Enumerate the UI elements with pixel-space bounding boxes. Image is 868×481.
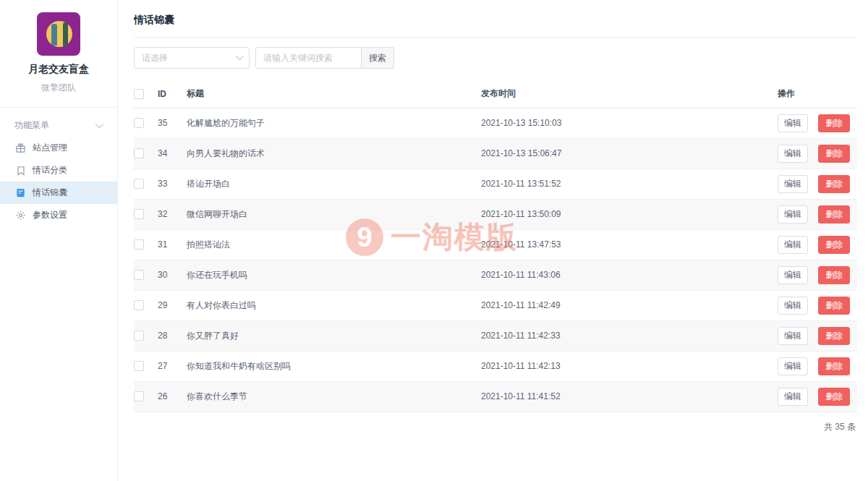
menu-group-toggle[interactable]: 功能菜单 [0,114,117,137]
category-select[interactable]: 请选择 [134,47,250,69]
row-id: 33 [158,169,187,199]
sidebar-item-label: 情话锦囊 [33,187,67,199]
table-row: 34 向男人要礼物的话术 2021-10-13 15:06:47 编辑 删除 [134,138,857,169]
table-row: 28 你又胖了真好 2021-10-11 11:42:33 编辑 删除 [134,320,857,351]
row-published: 2021-10-11 13:51:52 [481,169,778,199]
row-published: 2021-10-11 13:50:09 [481,199,778,229]
row-checkbox[interactable] [134,179,144,189]
row-checkbox[interactable] [134,209,144,219]
row-id: 32 [158,199,187,229]
sidebar-item-phrase-category[interactable]: 情话分类 [0,159,117,182]
filter-bar: 请选择 搜索 [134,47,857,69]
row-title: 微信网聊开场白 [187,199,481,229]
edit-button[interactable]: 编辑 [778,175,808,193]
edit-button[interactable]: 编辑 [778,327,808,345]
row-id: 35 [158,108,187,138]
row-checkbox[interactable] [134,331,144,341]
document-icon [15,187,26,198]
sidebar-item-label: 参数设置 [33,209,67,221]
moon-shape [46,21,72,47]
column-header-actions: 操作 [778,80,857,108]
row-checkbox[interactable] [134,118,144,128]
edit-button[interactable]: 编辑 [778,266,808,284]
sidebar-menu: 功能菜单 站点管理 情话分类 [0,108,117,226]
figure-shape [51,24,57,46]
row-title: 你又胖了真好 [187,320,481,351]
row-published: 2021-10-11 11:41:52 [481,381,778,412]
row-published: 2021-10-11 11:42:49 [481,290,778,320]
column-header-published: 发布时间 [481,80,778,108]
row-title: 你还在玩手机吗 [187,260,481,290]
table-row: 27 你知道我和牛奶有啥区别吗 2021-10-11 11:42:13 编辑 删… [134,351,857,381]
select-all-checkbox[interactable] [134,89,144,99]
chevron-down-icon [95,120,103,128]
row-published: 2021-10-11 13:47:53 [481,229,778,260]
table-header-row: ID 标题 发布时间 操作 [134,80,857,108]
sidebar-item-label: 情话分类 [33,164,67,176]
table-row: 32 微信网聊开场白 2021-10-11 13:50:09 编辑 删除 [134,199,857,229]
main-content: 情话锦囊 请选择 搜索 ID 标题 发布时间 操作 35 化解尴尬的万能句 [134,0,857,433]
team-name: 微擎团队 [0,82,117,94]
row-checkbox[interactable] [134,239,144,250]
sidebar-item-phrase-collection[interactable]: 情话锦囊 [0,182,117,204]
table-row: 26 你喜欢什么季节 2021-10-11 11:41:52 编辑 删除 [134,381,857,412]
row-id: 30 [158,260,187,290]
edit-button[interactable]: 编辑 [778,145,808,163]
row-checkbox[interactable] [134,300,144,310]
row-checkbox[interactable] [134,270,144,280]
table-row: 30 你还在玩手机吗 2021-10-11 11:43:06 编辑 删除 [134,260,857,290]
app-avatar [37,12,80,56]
title-divider [134,37,857,38]
figure-shape [63,22,68,46]
delete-button[interactable]: 删除 [818,114,850,132]
table-row: 33 搭讪开场白 2021-10-11 13:51:52 编辑 删除 [134,169,857,199]
delete-button[interactable]: 删除 [818,175,850,193]
row-checkbox[interactable] [134,391,144,401]
edit-button[interactable]: 编辑 [778,388,808,406]
sidebar-item-parameter-settings[interactable]: 参数设置 [0,204,117,226]
row-id: 34 [158,138,187,169]
row-title: 你知道我和牛奶有啥区别吗 [187,351,481,381]
search-input[interactable] [255,47,362,69]
bookmark-icon [15,165,26,176]
app-name: 月老交友盲盒 [0,63,117,76]
sidebar-item-site-management[interactable]: 站点管理 [0,137,117,159]
delete-button[interactable]: 删除 [818,205,850,224]
row-checkbox[interactable] [134,148,144,158]
delete-button[interactable]: 删除 [818,388,850,406]
row-id: 26 [158,381,187,412]
row-id: 29 [158,290,187,320]
edit-button[interactable]: 编辑 [778,205,808,224]
profile-block: 月老交友盲盒 微擎团队 [0,0,117,94]
gift-icon [15,142,26,153]
sidebar: 月老交友盲盒 微擎团队 功能菜单 站点管理 [0,0,118,481]
column-header-title: 标题 [187,80,481,108]
total-count: 共 35 条 [134,421,857,433]
delete-button[interactable]: 删除 [818,327,850,345]
sidebar-item-label: 站点管理 [33,142,67,154]
delete-button[interactable]: 删除 [818,297,850,315]
edit-button[interactable]: 编辑 [778,114,808,132]
delete-button[interactable]: 删除 [818,266,850,284]
phrase-table: ID 标题 发布时间 操作 35 化解尴尬的万能句子 2021-10-13 15… [134,80,857,412]
table-row: 35 化解尴尬的万能句子 2021-10-13 15:10:03 编辑 删除 [134,108,857,138]
row-title: 拍照搭讪法 [187,229,481,260]
delete-button[interactable]: 删除 [818,145,850,163]
search-button[interactable]: 搜索 [362,47,394,69]
row-id: 27 [158,351,187,381]
row-id: 28 [158,320,187,351]
chevron-down-icon [236,51,244,59]
gear-icon [15,210,26,221]
row-published: 2021-10-11 11:42:13 [481,351,778,381]
table-row: 31 拍照搭讪法 2021-10-11 13:47:53 编辑 删除 [134,229,857,260]
category-select-placeholder: 请选择 [142,52,168,64]
delete-button[interactable]: 删除 [818,357,850,375]
edit-button[interactable]: 编辑 [778,297,808,315]
search-group: 搜索 [255,47,394,69]
edit-button[interactable]: 编辑 [778,236,808,254]
row-checkbox[interactable] [134,361,144,371]
row-id: 31 [158,229,187,260]
edit-button[interactable]: 编辑 [778,357,808,375]
delete-button[interactable]: 删除 [818,236,850,254]
menu-group-label: 功能菜单 [14,119,49,132]
